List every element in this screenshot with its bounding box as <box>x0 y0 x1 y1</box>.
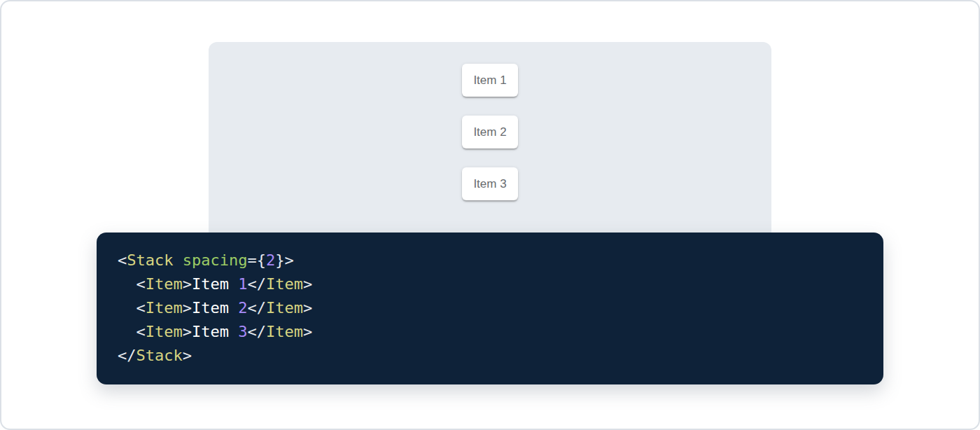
code-token-punct: > <box>183 275 192 293</box>
code-line: </Stack> <box>118 344 862 368</box>
demo-panel: Item 1Item 2Item 3 <box>209 42 771 240</box>
code-token-punct: < <box>136 323 146 340</box>
code-token-punct: < <box>118 251 127 269</box>
code-token-punct: > <box>183 323 192 340</box>
code-token-plain <box>173 251 182 269</box>
code-token-plain: Item <box>192 275 238 293</box>
stack-item-label: Item 3 <box>473 178 506 190</box>
stack-item: Item 2 <box>462 116 518 148</box>
code-line: <Item>Item 1</Item> <box>118 272 862 296</box>
code-token-punct: > <box>183 299 192 317</box>
code-token-plain <box>118 323 136 340</box>
code-token-punct: </ <box>247 275 266 293</box>
code-token-tag: Item <box>146 299 183 317</box>
code-token-plain <box>118 299 136 317</box>
code-token-tag: Item <box>266 323 303 340</box>
code-token-punct: > <box>303 275 312 293</box>
code-token-punct: } <box>275 251 284 269</box>
code-token-tag: Stack <box>136 347 183 364</box>
code-token-tag: Item <box>266 299 303 317</box>
code-token-num: 2 <box>266 251 275 269</box>
code-token-punct: </ <box>247 323 266 340</box>
code-line: <Item>Item 2</Item> <box>118 296 862 320</box>
code-token-punct: </ <box>247 299 266 317</box>
stack-item: Item 1 <box>462 64 518 97</box>
stack-item: Item 3 <box>462 167 518 200</box>
code-token-num: 2 <box>238 299 247 317</box>
code-token-punct: = <box>247 251 256 269</box>
code-token-punct: > <box>303 323 312 340</box>
code-token-tag: Item <box>146 275 183 293</box>
code-token-punct: > <box>303 299 312 317</box>
code-token-num: 1 <box>238 275 247 293</box>
code-token-punct: </ <box>118 347 136 364</box>
code-token-punct: < <box>136 275 146 293</box>
stack-item-label: Item 2 <box>473 126 506 138</box>
code-token-plain <box>118 275 136 293</box>
stack-item-label: Item 1 <box>473 74 506 86</box>
code-line: <Stack spacing={2}> <box>118 249 862 272</box>
code-token-tag: Stack <box>127 251 173 269</box>
code-token-punct: > <box>284 251 293 269</box>
code-token-num: 3 <box>238 323 247 340</box>
code-block: <Stack spacing={2}> <Item>Item 1</Item> … <box>97 233 883 384</box>
code-token-punct: > <box>183 347 192 364</box>
code-token-plain: Item <box>192 299 238 317</box>
code-token-attr: spacing <box>183 251 248 269</box>
code: <Stack spacing={2}> <Item>Item 1</Item> … <box>118 249 862 368</box>
code-token-tag: Item <box>146 323 183 340</box>
code-token-punct: { <box>257 251 266 269</box>
code-token-plain: Item <box>192 323 238 340</box>
screen: Item 1Item 2Item 3 <Stack spacing={2}> <… <box>0 0 980 430</box>
code-line: <Item>Item 3</Item> <box>118 320 862 344</box>
code-token-punct: < <box>136 299 146 317</box>
code-token-tag: Item <box>266 275 303 293</box>
stack-demo: Item 1Item 2Item 3 <box>209 42 771 200</box>
